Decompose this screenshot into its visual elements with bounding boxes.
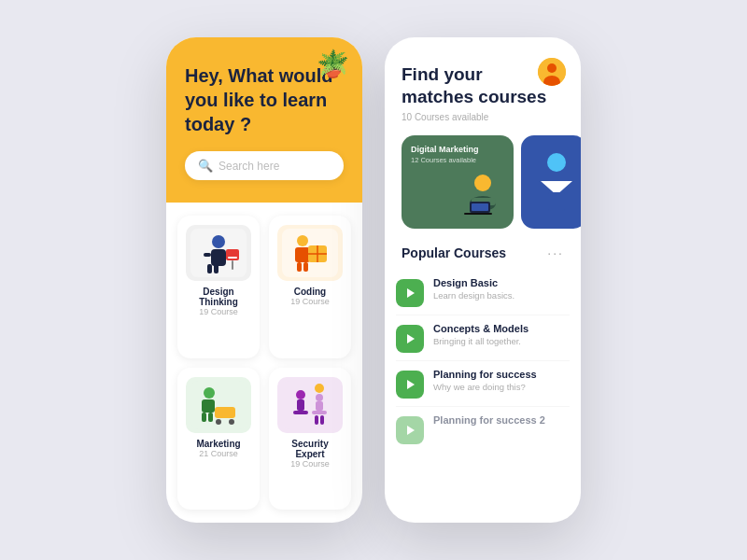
planning-success-desc: Why we are doing this? <box>433 382 537 392</box>
design-basic-name: Design Basic <box>433 277 514 288</box>
svg-rect-23 <box>202 413 206 422</box>
more-options-icon[interactable]: ··· <box>547 245 564 260</box>
courses-available-text: 10 Courses available <box>402 112 564 122</box>
phone-right: Find your matches courses 10 Courses ava… <box>385 37 581 523</box>
svg-point-29 <box>316 394 323 401</box>
play-button-planning2[interactable] <box>396 416 424 444</box>
svg-rect-7 <box>228 257 237 259</box>
concepts-models-name: Concepts & Models <box>433 323 529 334</box>
featured-card-sublabel: 12 Courses available <box>411 156 504 164</box>
svg-point-1 <box>212 235 225 248</box>
planning-success-2-text: Planning for success 2 <box>433 414 545 426</box>
coding-illustration <box>277 225 343 281</box>
svg-rect-3 <box>204 253 211 257</box>
play-triangle-icon <box>407 426 415 435</box>
course-card-coding[interactable]: Coding 19 Course <box>269 216 351 358</box>
svg-rect-28 <box>293 411 308 414</box>
svg-rect-16 <box>303 262 308 272</box>
svg-point-38 <box>474 175 491 191</box>
list-item-planning-success[interactable]: Planning for success Why we are doing th… <box>396 361 570 407</box>
featured-courses-scroll: Digital Marketing 12 Courses available <box>385 135 581 242</box>
planning-success-name: Planning for success <box>433 369 537 380</box>
svg-point-26 <box>296 390 305 399</box>
svg-point-21 <box>216 419 221 425</box>
design-thinking-illustration <box>186 225 251 281</box>
svg-rect-46 <box>548 192 565 211</box>
avatar[interactable] <box>538 58 566 86</box>
svg-rect-24 <box>208 413 213 422</box>
concepts-models-text: Concepts & Models Bringing it all togeth… <box>433 323 529 346</box>
play-button-design-basic[interactable] <box>396 279 424 307</box>
planning-success-text: Planning for success Why we are doing th… <box>433 369 537 392</box>
phones-container: 🪴 Hey, What would you like to learn toda… <box>166 37 581 523</box>
svg-rect-25 <box>282 381 338 429</box>
design-thinking-name: Design Thinking <box>185 287 252 307</box>
phone-left: 🪴 Hey, What would you like to learn toda… <box>166 37 362 523</box>
featured-card-illustration <box>457 164 508 223</box>
courses-grid: Design Thinking 19 Course <box>166 203 362 523</box>
svg-rect-15 <box>297 262 302 272</box>
svg-rect-19 <box>202 399 215 413</box>
list-item-design-basic[interactable]: Design Basic Learn design basics. <box>396 270 570 315</box>
svg-point-44 <box>547 153 566 172</box>
svg-rect-5 <box>214 264 218 273</box>
svg-rect-8 <box>232 260 233 270</box>
marketing-name: Marketing <box>196 439 240 449</box>
security-illustration <box>277 377 343 433</box>
play-triangle-icon <box>407 380 415 389</box>
svg-point-18 <box>204 387 215 399</box>
svg-rect-31 <box>312 411 327 414</box>
concepts-models-desc: Bringing it all together. <box>433 336 529 346</box>
course-card-marketing[interactable]: Marketing 21 Course <box>177 368 260 511</box>
design-basic-desc: Learn design basics. <box>433 290 514 301</box>
search-placeholder-text: Search here <box>218 160 279 173</box>
search-bar[interactable]: 🔍 Search here <box>185 151 344 180</box>
svg-point-22 <box>229 419 234 425</box>
design-thinking-count: 19 Course <box>199 307 238 316</box>
coding-count: 19 Course <box>290 297 330 306</box>
featured-card-label: Digital Marketing <box>411 145 504 154</box>
left-header: 🪴 Hey, What would you like to learn toda… <box>166 37 362 203</box>
svg-rect-20 <box>215 407 235 418</box>
security-name: Security Expert <box>276 439 344 459</box>
svg-rect-11 <box>295 247 310 262</box>
svg-rect-43 <box>464 213 492 215</box>
svg-rect-33 <box>315 415 318 425</box>
svg-rect-27 <box>297 399 304 411</box>
search-icon: 🔍 <box>198 159 213 173</box>
popular-courses-title: Popular Courses <box>402 245 506 260</box>
svg-rect-42 <box>472 203 488 211</box>
svg-rect-2 <box>211 249 226 266</box>
svg-point-10 <box>297 235 308 246</box>
list-item-planning-success-2: Planning for success 2 <box>396 407 570 444</box>
svg-rect-30 <box>316 401 323 411</box>
play-button-concepts[interactable] <box>396 325 424 353</box>
plant-decoration: 🪴 <box>317 49 349 79</box>
popular-courses-list: Design Basic Learn design basics. Concep… <box>385 270 581 524</box>
course-card-security[interactable]: Security Expert 19 Course <box>269 368 351 511</box>
planning-success-2-name: Planning for success 2 <box>433 414 545 426</box>
coding-name: Coding <box>294 287 326 297</box>
marketing-count: 21 Course <box>199 449 238 458</box>
marketing-illustration <box>186 377 251 433</box>
right-header: Find your matches courses 10 Courses ava… <box>385 37 581 135</box>
svg-rect-4 <box>207 264 212 273</box>
play-button-planning[interactable] <box>396 371 424 399</box>
course-card-design-thinking[interactable]: Design Thinking 19 Course <box>177 216 260 358</box>
featured-card-digital-marketing[interactable]: Digital Marketing 12 Courses available <box>402 135 514 229</box>
design-basic-text: Design Basic Learn design basics. <box>433 277 514 301</box>
svg-rect-34 <box>320 415 324 425</box>
featured-card-creative[interactable] <box>521 135 581 229</box>
security-count: 19 Course <box>290 459 330 469</box>
popular-courses-header: Popular Courses ··· <box>385 242 581 270</box>
list-item-concepts-models[interactable]: Concepts & Models Bringing it all togeth… <box>396 315 570 361</box>
play-triangle-icon <box>407 334 415 343</box>
svg-point-36 <box>547 63 557 73</box>
play-triangle-icon <box>407 288 415 298</box>
svg-point-32 <box>315 384 324 393</box>
svg-rect-6 <box>226 249 239 260</box>
